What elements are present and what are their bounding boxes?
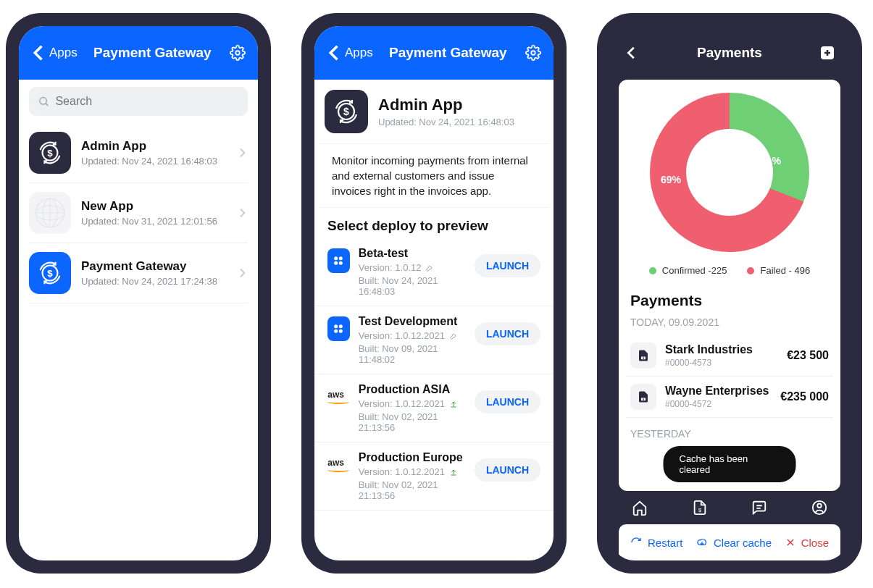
- back-label: Apps: [345, 46, 373, 60]
- close-button[interactable]: Close: [785, 537, 829, 549]
- app-row[interactable]: New AppUpdated: Nov 31, 2021 12:01:56: [29, 183, 248, 243]
- gear-icon: [525, 45, 541, 61]
- app-name: Payment Gateway: [81, 259, 217, 274]
- payment-list: $Stark Industries#0000-4573€23 500$Wayne…: [626, 335, 833, 418]
- app-list: $Admin AppUpdated: Nov 24, 2021 16:48:03…: [19, 123, 258, 303]
- back-button[interactable]: Apps: [325, 43, 373, 63]
- header-title: Payment Gateway: [377, 45, 519, 61]
- deploy-name: Production Europe: [359, 451, 466, 464]
- app-name: New App: [81, 199, 217, 214]
- launch-button[interactable]: LAUNCH: [475, 322, 540, 345]
- svg-text:$: $: [343, 106, 349, 117]
- tab-chat[interactable]: [745, 500, 774, 516]
- deploy-row: Beta-testVersion: 1.0.12 Built: Nov 24, …: [314, 238, 554, 306]
- restart-button[interactable]: Restart: [630, 537, 682, 549]
- action-bar: Restart Clear cache Close: [619, 524, 840, 560]
- deploy-name: Test Development: [359, 315, 466, 328]
- clear-cache-button[interactable]: Clear cache: [696, 537, 772, 549]
- dollar-cycle-icon: $: [332, 97, 361, 126]
- deploy-built: Built: Nov 24, 2021 16:48:03: [359, 275, 466, 297]
- invoice-icon: $: [630, 343, 656, 369]
- deploy-icon: [327, 316, 350, 341]
- deploy-icon: aws: [327, 453, 350, 477]
- payment-amount: €23 500: [787, 349, 829, 362]
- svg-point-22: [339, 329, 343, 333]
- back-button[interactable]: [622, 43, 642, 63]
- cloud-down-icon: [696, 537, 708, 548]
- back-button[interactable]: Apps: [29, 43, 78, 63]
- payment-amount: €235 000: [780, 390, 829, 403]
- aws-icon: aws: [327, 390, 349, 404]
- deploy-version: Version: 1.0.12.2021: [359, 330, 466, 341]
- deploy-name: Production ASIA: [359, 383, 466, 396]
- legend-label: Failed - 496: [760, 265, 810, 276]
- section-title: Select deploy to preview: [314, 208, 554, 238]
- invoice-icon: $: [630, 384, 656, 410]
- tab-home[interactable]: [625, 500, 654, 516]
- svg-point-12: [531, 51, 535, 55]
- deploy-icon: aws: [327, 385, 350, 409]
- app-name: Admin App: [378, 96, 514, 114]
- settings-button[interactable]: [523, 43, 543, 63]
- restart-label: Restart: [648, 537, 682, 549]
- legend-label: Confirmed -225: [662, 265, 727, 276]
- launch-button[interactable]: LAUNCH: [475, 254, 540, 277]
- svg-text:$: $: [47, 268, 53, 279]
- search-input[interactable]: [55, 95, 239, 108]
- chevron-right-icon: [236, 207, 248, 219]
- deploy-version: Version: 1.0.12: [359, 262, 466, 273]
- add-button[interactable]: [817, 43, 838, 63]
- app-updated: Updated: Nov 31, 2021 12:01:56: [81, 216, 217, 227]
- deploy-icon: [327, 248, 350, 273]
- chevron-left-icon: [29, 43, 49, 63]
- launch-button[interactable]: LAUNCH: [475, 458, 540, 482]
- deploy-built: Built: Nov 02, 2021 21:13:56: [359, 479, 466, 501]
- donut-chart: 69% 31% Confirmed -225 Failed - 496: [626, 93, 833, 276]
- payment-row[interactable]: $Wayne Enterprises#0000-4572€235 000: [626, 377, 833, 418]
- deploy-row: Test DevelopmentVersion: 1.0.12.2021 Bui…: [314, 306, 554, 374]
- svg-point-20: [339, 324, 343, 328]
- app-icon: $: [29, 132, 71, 174]
- app-row[interactable]: $Admin AppUpdated: Nov 24, 2021 16:48:03: [29, 123, 248, 183]
- launch-button[interactable]: LAUNCH: [475, 390, 540, 413]
- svg-point-19: [335, 324, 338, 328]
- deploy-version: Version: 1.0.12.2021: [359, 466, 466, 477]
- payment-row[interactable]: $Stark Industries#0000-4573€23 500: [626, 335, 833, 377]
- app-updated: Updated: Nov 24, 2021 17:24:38: [81, 276, 217, 287]
- svg-text:$: $: [47, 148, 53, 159]
- chat-icon: [751, 500, 767, 516]
- svg-point-16: [339, 256, 343, 260]
- search-field[interactable]: [29, 87, 248, 116]
- deploy-row: awsProduction ASIAVersion: 1.0.12.2021 B…: [314, 374, 554, 442]
- date-yesterday: YESTERDAY: [630, 428, 829, 440]
- globe-grid-icon: [34, 197, 66, 229]
- deploy-name: Beta-test: [359, 247, 466, 260]
- search-icon: [38, 95, 49, 108]
- tab-invoices[interactable]: $: [685, 500, 714, 516]
- app-updated: Updated: Nov 24, 2021 16:48:03: [378, 117, 514, 127]
- app-name: Admin App: [81, 139, 217, 154]
- tab-profile[interactable]: [805, 500, 834, 516]
- toast: Cache has been cleared: [664, 446, 796, 482]
- app-icon: [29, 192, 71, 234]
- grid-icon: [331, 322, 346, 336]
- app-summary: $ Admin App Updated: Nov 24, 2021 16:48:…: [314, 80, 554, 143]
- date-today: TODAY, 09.09.2021: [630, 316, 829, 328]
- svg-point-17: [335, 261, 338, 265]
- chevron-right-icon: [236, 147, 248, 159]
- phone-payments: Payments 69% 31% Confirmed -225 Failed -…: [597, 13, 862, 574]
- settings-button[interactable]: [227, 43, 248, 63]
- dollar-cycle-icon: $: [36, 259, 64, 287]
- payment-id: #0000-4572: [665, 399, 769, 409]
- invoice-icon: $: [692, 500, 708, 516]
- payment-id: #0000-4573: [665, 358, 753, 368]
- deploy-built: Built: Nov 02, 2021 21:13:56: [359, 411, 466, 433]
- chart-legend: Confirmed -225 Failed - 496: [649, 265, 810, 276]
- svg-point-21: [335, 329, 338, 333]
- refresh-icon: [630, 537, 642, 548]
- phone-app-detail: Apps Payment Gateway $ Admin App Updated…: [301, 13, 567, 574]
- svg-point-1: [40, 98, 47, 105]
- svg-point-18: [339, 261, 343, 265]
- wrench-icon: [425, 264, 434, 272]
- app-row[interactable]: $Payment GatewayUpdated: Nov 24, 2021 17…: [29, 243, 248, 303]
